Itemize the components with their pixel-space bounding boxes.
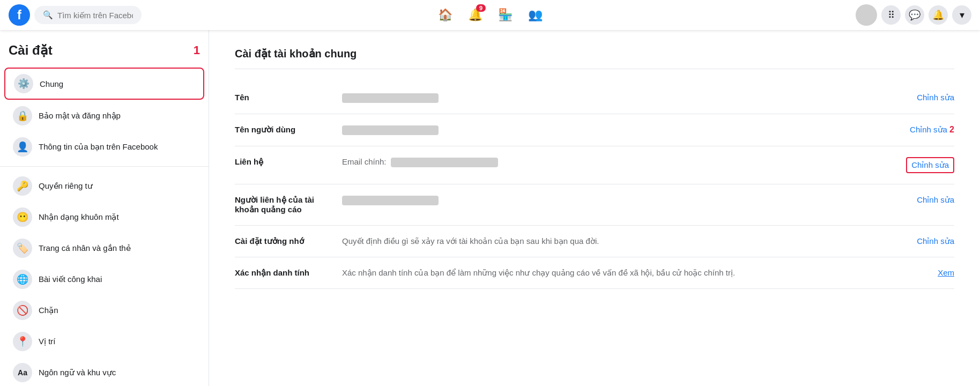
blurred-username <box>342 125 439 135</box>
email-prefix: Email chính: <box>342 157 387 166</box>
sidebar-item-chung[interactable]: ⚙️ Chung <box>4 68 204 100</box>
field-action-nguoi-lien-he: Chỉnh sửa <box>911 195 954 205</box>
sidebar-item-bai-viet[interactable]: 🌐 Bài viết công khai <box>4 264 204 294</box>
field-value-lien-he: Email chính: <box>342 157 906 167</box>
sidebar-item-label: Nhận dạng khuôn mặt <box>39 212 119 222</box>
settings-row-ten: Tên Chỉnh sửa <box>235 82 954 114</box>
sidebar-item-ngon-ngu[interactable]: Aa Ngôn ngữ và khu vực <box>4 358 204 386</box>
sidebar-item-trang-ca-nhan[interactable]: 🏷️ Trang cá nhân và gắn thẻ <box>4 233 204 263</box>
alerts-button[interactable]: 🔔 <box>929 5 948 25</box>
search-icon: 🔍 <box>43 10 53 20</box>
chevron-down-icon: ▾ <box>960 9 964 21</box>
location-icon: 📍 <box>13 332 32 351</box>
groups-icon: 👥 <box>528 8 543 22</box>
settings-row-lien-he: Liên hệ Email chính: Chỉnh sửa <box>235 146 954 184</box>
settings-row-tuong-nho: Cài đặt tưởng nhớ Quyết định điều gì sẽ … <box>235 226 954 257</box>
facebook-logo: f <box>9 4 30 26</box>
messenger-icon: 💬 <box>909 9 920 21</box>
apps-button[interactable]: ⠿ <box>881 5 901 25</box>
field-label-ten: Tên <box>235 93 342 102</box>
settings-table: Tên Chỉnh sửa Tên người dùng Chỉnh sửa 2 <box>235 82 954 289</box>
edit-tuong-nho-button[interactable]: Chỉnh sửa <box>917 236 954 246</box>
sidebar-divider <box>0 166 209 167</box>
sidebar-item-label: Chung <box>40 79 63 88</box>
field-value-xac-nhan: Xác nhận danh tính của bạn để làm những … <box>342 268 911 278</box>
grid-icon: ⠿ <box>888 9 895 21</box>
edit-nguoi-lien-he-button[interactable]: Chỉnh sửa <box>917 195 954 205</box>
sidebar-item-chan[interactable]: 🚫 Chặn <box>4 295 204 325</box>
face-icon: 😶 <box>13 207 32 227</box>
content-title: Cài đặt tài khoản chung <box>235 47 954 69</box>
field-action-xac-nhan: Xem <box>911 268 954 277</box>
field-action-lien-he: Chỉnh sửa <box>906 157 954 173</box>
nav-center: 🏠 🔔 9 🏪 👥 <box>148 2 832 28</box>
search-input[interactable] <box>57 11 133 20</box>
sidebar-item-vi-tri[interactable]: 📍 Vị trí <box>4 326 204 357</box>
edit-username-button[interactable]: Chỉnh sửa <box>910 125 947 135</box>
alert-icon: 🔔 <box>932 9 944 21</box>
nav-right: ⠿ 💬 🔔 ▾ <box>832 4 971 26</box>
top-navigation: f 🔍 🏠 🔔 9 🏪 👥 ⠿ 💬 🔔 ▾ <box>0 0 980 30</box>
blurred-name <box>342 93 439 103</box>
field-value-ten <box>342 93 911 103</box>
sidebar-title-container: Cài đặt 1 <box>0 39 209 66</box>
notifications-nav-button[interactable]: 🔔 9 <box>462 2 488 28</box>
groups-nav-button[interactable]: 👥 <box>522 2 548 28</box>
edit-lien-he-button[interactable]: Chỉnh sửa <box>906 157 954 173</box>
blurred-nguoi-lien-he <box>342 196 439 205</box>
settings-row-xac-nhan: Xác nhận danh tính Xác nhận danh tính củ… <box>235 257 954 289</box>
settings-sidebar: Cài đặt 1 ⚙️ Chung 🔒 Bảo mật và đăng nhậ… <box>0 30 209 386</box>
sidebar-item-label: Bài viết công khai <box>39 274 102 284</box>
sidebar-item-label: Ngôn ngữ và khu vực <box>39 368 116 377</box>
settings-content: Cài đặt tài khoản chung Tên Chỉnh sửa Tê… <box>209 30 980 386</box>
field-value-username <box>342 125 910 135</box>
home-icon: 🏠 <box>438 8 452 22</box>
sidebar-item-label: Bảo mật và đăng nhập <box>39 111 121 121</box>
tag-icon: 🏷️ <box>13 239 32 258</box>
field-value-tuong-nho: Quyết định điều gì sẽ xảy ra với tài kho… <box>342 236 911 246</box>
sidebar-badge: 1 <box>194 43 200 57</box>
field-value-nguoi-lien-he <box>342 195 911 205</box>
language-icon: Aa <box>13 363 32 382</box>
key-icon: 🔑 <box>13 176 32 196</box>
settings-row-username: Tên người dùng Chỉnh sửa 2 <box>235 114 954 146</box>
sidebar-item-label: Thông tin của bạn trên Facebook <box>39 142 158 152</box>
sidebar-item-thong-tin[interactable]: 👤 Thông tin của bạn trên Facebook <box>4 132 204 162</box>
person-icon: 👤 <box>13 137 32 157</box>
sidebar-item-bao-mat[interactable]: 🔒 Bảo mật và đăng nhập <box>4 101 204 131</box>
sidebar-item-label: Quyền riêng tư <box>39 181 93 191</box>
field-label-tuong-nho: Cài đặt tưởng nhớ <box>235 236 342 246</box>
sidebar-title-text: Cài đặt <box>9 43 53 58</box>
notification-badge: 9 <box>476 4 486 12</box>
sidebar-item-quyen-rieng-tu[interactable]: 🔑 Quyền riêng tư <box>4 171 204 201</box>
sidebar-item-nhan-dang[interactable]: 😶 Nhận dạng khuôn mặt <box>4 202 204 232</box>
search-bar[interactable]: 🔍 <box>34 6 142 24</box>
field-action-username: Chỉnh sửa 2 <box>910 125 954 135</box>
field-action-tuong-nho: Chỉnh sửa <box>911 236 954 246</box>
store-icon: 🏪 <box>498 8 513 22</box>
field-action-ten: Chỉnh sửa <box>911 93 954 102</box>
main-layout: Cài đặt 1 ⚙️ Chung 🔒 Bảo mật và đăng nhậ… <box>0 30 980 386</box>
nav-left: f 🔍 <box>9 4 148 26</box>
field-label-nguoi-lien-he: Người liên hệ của tài khoản quảng cáo <box>235 195 342 214</box>
view-xac-nhan-button[interactable]: Xem <box>938 268 954 277</box>
globe-icon: 🌐 <box>13 270 32 289</box>
sidebar-item-label: Trang cá nhân và gắn thẻ <box>39 243 131 253</box>
lock-icon: 🔒 <box>13 106 32 125</box>
badge-2: 2 <box>949 125 954 134</box>
field-label-xac-nhan: Xác nhận danh tính <box>235 268 342 278</box>
sidebar-item-label: Chặn <box>39 306 58 315</box>
marketplace-nav-button[interactable]: 🏪 <box>492 2 518 28</box>
block-icon: 🚫 <box>13 301 32 320</box>
messenger-button[interactable]: 💬 <box>905 5 924 25</box>
blurred-email <box>391 158 498 167</box>
sidebar-item-label: Vị trí <box>39 337 56 346</box>
field-label-username: Tên người dùng <box>235 125 342 135</box>
gear-icon: ⚙️ <box>14 74 33 93</box>
home-nav-button[interactable]: 🏠 <box>432 2 458 28</box>
chevron-down-button[interactable]: ▾ <box>952 5 971 25</box>
user-avatar-button[interactable] <box>856 4 877 26</box>
settings-row-nguoi-lien-he: Người liên hệ của tài khoản quảng cáo Ch… <box>235 184 954 226</box>
field-label-lien-he: Liên hệ <box>235 157 342 167</box>
edit-ten-button[interactable]: Chỉnh sửa <box>917 93 954 102</box>
